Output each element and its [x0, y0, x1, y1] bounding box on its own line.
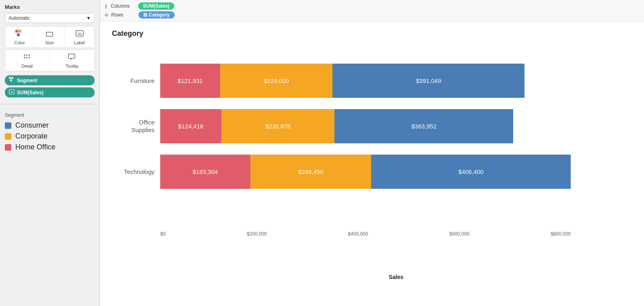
svg-rect-3: [46, 32, 53, 36]
technology-home-office-segment: $183,304: [160, 155, 250, 189]
office-supplies-corporate-segment: $230,676: [221, 109, 334, 143]
detail-icon: [23, 53, 31, 62]
label-label: Label: [74, 40, 85, 45]
segment-pill-icon: [9, 77, 14, 84]
columns-pill[interactable]: SUM(Sales): [138, 2, 174, 10]
svg-point-9: [24, 57, 25, 58]
sum-sales-pill[interactable]: # SUM(Sales): [5, 87, 95, 97]
sum-sales-icon: #: [9, 89, 14, 96]
right-panel: ⫿ Columns SUM(Sales) ≡ Rows ⊞ Category C…: [100, 0, 644, 306]
svg-rect-12: [68, 54, 75, 58]
left-panel: Marks Automatic ▼ Color Size ab: [0, 0, 100, 306]
sum-sales-label: SUM(Sales): [17, 90, 43, 95]
office-supplies-consumer-segment: $363,952: [334, 109, 513, 143]
svg-point-6: [24, 54, 25, 56]
detail-button[interactable]: Detail: [5, 50, 50, 71]
x-label-400k: $400,000: [348, 231, 368, 237]
rows-label: Rows: [111, 12, 135, 18]
color-label: Color: [14, 40, 25, 45]
home-office-label: Home Office: [15, 143, 56, 151]
home-office-color-swatch: [5, 144, 11, 151]
svg-rect-15: [11, 77, 13, 79]
color-button[interactable]: Color: [5, 27, 34, 48]
label-button[interactable]: ab Label: [65, 27, 94, 48]
marks-dropdown-label: Automatic: [8, 15, 30, 21]
chart-area: Furniture $121,931 $229,020 $391,049 Off…: [112, 46, 632, 298]
segment-legend: Segment Consumer Corporate Home Office: [0, 108, 99, 158]
furniture-label: Furniture: [112, 77, 160, 85]
furniture-home-office-segment: $121,931: [160, 64, 220, 98]
furniture-corporate-segment: $229,020: [220, 64, 332, 98]
technology-label: Technology: [112, 168, 160, 176]
svg-point-8: [29, 54, 30, 56]
svg-marker-13: [70, 58, 72, 60]
rows-icon: ≡: [105, 12, 108, 18]
legend-item-consumer: Consumer: [5, 121, 95, 130]
divider: [0, 104, 99, 104]
rows-shelf-row: ≡ Rows ⊞ Category: [105, 11, 639, 19]
x-label-200k: $200,000: [247, 231, 267, 237]
columns-shelf-row: ⫿ Columns SUM(Sales): [105, 2, 639, 10]
x-axis-title: Sales: [112, 274, 632, 280]
corporate-label: Corporate: [15, 132, 47, 141]
color-icon: [15, 30, 24, 39]
label-icon: ab: [75, 30, 84, 39]
consumer-color-swatch: [5, 122, 11, 129]
x-label-0: $0: [160, 231, 165, 237]
x-axis-area: $0 $200,000 $400,000 $600,000 $800,000: [112, 231, 632, 237]
columns-label: Columns: [111, 3, 135, 9]
marks-controls-row1: Color Size ab Label: [5, 26, 95, 48]
marks-controls-row2: Detail Tooltip: [5, 50, 95, 71]
detail-label: Detail: [21, 64, 33, 68]
office-supplies-bar-group: $124,418 $230,676 $363,952: [160, 109, 571, 143]
tooltip-icon: [68, 53, 76, 62]
office-supplies-bar-row: OfficeSupplies $124,418 $230,676 $363,95…: [112, 109, 632, 143]
svg-text:ab: ab: [78, 32, 82, 36]
technology-corporate-segment: $246,450: [250, 155, 372, 189]
chart-container: Category Furniture $121,931 $229,020 $39…: [100, 21, 644, 306]
svg-rect-16: [10, 79, 12, 81]
x-label-600k: $600,000: [449, 231, 469, 237]
pills-container: Segment # SUM(Sales): [5, 75, 95, 97]
tooltip-label: Tooltip: [66, 64, 78, 68]
marks-section: Marks Automatic ▼ Color Size ab: [0, 0, 99, 100]
furniture-bar-group: $121,931 $229,020 $391,049: [160, 64, 571, 98]
technology-bar-group: $183,304 $246,450 $406,400: [160, 155, 571, 189]
furniture-consumer-segment: $391,049: [332, 64, 524, 98]
svg-point-7: [26, 54, 28, 56]
chart-title: Category: [112, 29, 632, 38]
office-supplies-label: OfficeSupplies: [112, 118, 160, 134]
shelf-area: ⫿ Columns SUM(Sales) ≡ Rows ⊞ Category: [100, 0, 644, 21]
svg-text:#: #: [11, 90, 13, 94]
rows-pill[interactable]: ⊞ Category: [138, 11, 174, 19]
tooltip-button[interactable]: Tooltip: [50, 50, 95, 71]
consumer-label: Consumer: [15, 121, 49, 130]
legend-title: Segment: [5, 112, 95, 118]
chevron-down-icon: ▼: [86, 15, 91, 21]
size-label: Size: [45, 40, 54, 45]
corporate-color-swatch: [5, 133, 11, 140]
svg-point-11: [29, 57, 30, 58]
x-axis-labels: $0 $200,000 $400,000 $600,000 $800,000: [160, 231, 571, 237]
svg-rect-14: [9, 77, 11, 79]
svg-rect-2: [17, 33, 20, 36]
svg-point-10: [26, 57, 28, 58]
segment-pill[interactable]: Segment: [5, 75, 95, 85]
columns-icon: ⫿: [105, 3, 107, 9]
segment-pill-label: Segment: [17, 78, 37, 83]
svg-rect-1: [19, 30, 21, 33]
office-supplies-home-office-segment: $124,418: [160, 109, 221, 143]
bar-rows-wrapper: Furniture $121,931 $229,020 $391,049 Off…: [112, 64, 632, 193]
size-icon: [45, 30, 54, 39]
furniture-bar-row: Furniture $121,931 $229,020 $391,049: [112, 64, 632, 98]
legend-item-corporate: Corporate: [5, 132, 95, 141]
technology-bar-row: Technology $183,304 $246,450 $406,400: [112, 155, 632, 189]
legend-item-home-office: Home Office: [5, 143, 95, 151]
x-label-800k: $800,000: [551, 231, 571, 237]
technology-consumer-segment: $406,400: [371, 155, 571, 189]
size-button[interactable]: Size: [35, 27, 64, 48]
marks-dropdown[interactable]: Automatic ▼: [5, 13, 95, 23]
marks-title: Marks: [5, 4, 95, 10]
svg-rect-0: [15, 30, 18, 33]
